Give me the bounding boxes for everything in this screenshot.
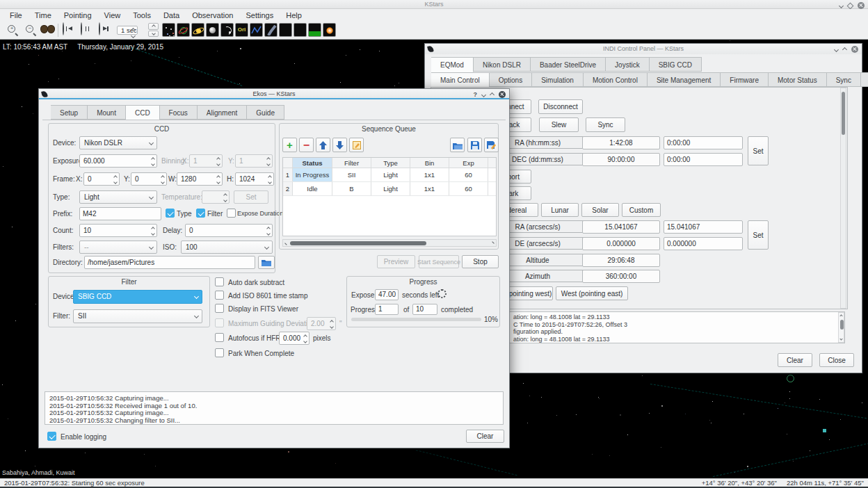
ekos-tab[interactable]: Setup — [51, 105, 88, 120]
supernovae-toggle-icon[interactable] — [323, 23, 336, 37]
milky-way-toggle-icon[interactable] — [264, 23, 278, 37]
close-window-icon[interactable] — [499, 91, 506, 98]
filter-device-select[interactable]: SBIG CCD — [73, 290, 202, 304]
indi-sub-tab[interactable]: Align — [861, 72, 868, 87]
save-sequence-as-icon[interactable] — [484, 138, 499, 152]
fits-viewer-checkbox[interactable] — [215, 304, 224, 313]
unshade-window-icon[interactable] — [490, 92, 495, 97]
stars-toggle-icon[interactable] — [162, 23, 175, 37]
slew-button[interactable]: Slew — [539, 117, 579, 132]
unshade-window-icon[interactable] — [842, 47, 847, 51]
autofocus-checkbox[interactable] — [215, 333, 224, 342]
column-exp[interactable]: Exp — [449, 158, 488, 168]
sequence-row[interactable]: 1 In Progress SII Light 1x1 60 — [283, 168, 496, 182]
step-forward-icon[interactable] — [99, 22, 100, 35]
add-job-icon[interactable]: + — [282, 138, 297, 152]
indi-pane-scrollbar[interactable] — [840, 88, 846, 309]
browse-directory-button[interactable] — [258, 256, 275, 269]
enable-logging-checkbox[interactable] — [47, 432, 56, 441]
pier-west-button[interactable]: West (pointing east) — [556, 286, 628, 300]
step-backward-icon[interactable] — [63, 22, 64, 35]
menu-item[interactable]: Data — [157, 11, 186, 19]
ra-rate-input-field[interactable]: 15.041067 — [664, 220, 743, 234]
ekos-titlebar[interactable]: Ekos — KStars ? — [39, 89, 509, 99]
park-checkbox[interactable] — [215, 348, 224, 357]
filter-select[interactable]: SII — [73, 309, 202, 323]
ccd-device-select[interactable]: Nikon DSLR — [79, 136, 157, 149]
close-window-icon[interactable] — [851, 46, 858, 53]
close-window-icon[interactable] — [858, 2, 865, 9]
ekos-tab[interactable]: Alignment — [198, 105, 247, 120]
scroll-down-icon[interactable] — [839, 337, 842, 340]
shade-window-icon[interactable] — [834, 47, 839, 51]
scrollbar-thumb[interactable] — [840, 320, 844, 330]
column-status[interactable]: Status — [293, 158, 332, 168]
comets-toggle-icon[interactable] — [220, 23, 234, 37]
solar-button[interactable]: Solar — [581, 203, 619, 217]
ekos-tab[interactable]: CCD — [126, 105, 160, 120]
sequence-row[interactable]: 2 Idle B Light 1x1 60 — [283, 182, 496, 196]
time-step-spinner[interactable]: 1 sec — [117, 26, 138, 35]
indi-sub-tab[interactable]: Firmware — [721, 72, 769, 87]
auto-dark-checkbox[interactable] — [215, 277, 224, 286]
menu-item[interactable]: Help — [280, 11, 308, 19]
prefix-field[interactable]: M42 — [79, 207, 161, 220]
scroll-left-icon[interactable] — [284, 241, 289, 245]
decrease-step-icon[interactable] — [148, 31, 159, 38]
indi-device-tab[interactable]: Joystick — [606, 57, 650, 72]
set-rates-button[interactable]: Set — [748, 220, 769, 250]
scroll-up-icon[interactable] — [839, 314, 842, 317]
indi-sub-tab[interactable]: Site Management — [648, 72, 721, 87]
column-filter[interactable]: Filter — [332, 158, 371, 168]
menu-item[interactable]: Observation — [186, 11, 239, 19]
menu-item[interactable]: Settings — [239, 11, 280, 19]
horizontal-grid-toggle-icon[interactable] — [294, 23, 307, 37]
frame-x-spinner[interactable]: 0 — [83, 172, 120, 186]
prefix-filter-checkbox[interactable] — [196, 209, 205, 218]
remove-job-icon[interactable]: − — [299, 138, 314, 152]
stop-button[interactable]: Stop — [462, 255, 499, 268]
indi-sub-tab[interactable]: Motion Control — [584, 72, 648, 87]
frame-h-spinner[interactable]: 1024 — [235, 172, 274, 186]
ekos-tab[interactable]: Mount — [88, 105, 126, 120]
menu-item[interactable]: Time — [29, 11, 58, 19]
constellation-lines-toggle-icon[interactable] — [250, 23, 263, 37]
indi-close-button[interactable]: Close — [819, 353, 854, 367]
column-bin[interactable]: Bin — [410, 158, 449, 168]
save-sequence-icon[interactable] — [467, 138, 482, 152]
directory-field[interactable]: /home/jasem/Pictures — [84, 256, 255, 269]
help-icon[interactable]: ? — [474, 92, 478, 98]
indi-sub-tab[interactable]: Sync — [827, 72, 861, 87]
edit-job-icon[interactable] — [349, 138, 364, 152]
open-sequence-icon[interactable] — [450, 138, 465, 152]
moon-toggle-icon[interactable] — [206, 23, 219, 37]
equatorial-grid-toggle-icon[interactable] — [279, 23, 292, 37]
ekos-clear-button[interactable]: Clear — [466, 430, 504, 443]
menu-item[interactable]: Tools — [127, 11, 157, 19]
frame-w-spinner[interactable]: 1280 — [177, 172, 223, 186]
prefix-type-checkbox[interactable] — [166, 209, 175, 218]
indi-sub-tab[interactable]: Options — [490, 72, 532, 87]
move-job-up-icon[interactable] — [316, 138, 330, 152]
indi-sub-tab[interactable]: Main Control — [431, 72, 490, 88]
ekos-tab[interactable]: Focus — [160, 105, 198, 120]
delay-spinner[interactable]: 0 — [185, 224, 273, 237]
scrollbar-thumb[interactable] — [842, 92, 845, 135]
menu-item[interactable]: Pointing — [58, 11, 98, 19]
deep-sky-objects-toggle-icon[interactable] — [177, 23, 190, 37]
frame-y-spinner[interactable]: 0 — [131, 172, 167, 186]
dec-input-field[interactable]: 0:00:00 — [664, 153, 743, 166]
indi-device-tab[interactable]: EQMod — [431, 57, 474, 72]
indi-device-tab[interactable]: Baader SteelDrive — [531, 57, 606, 72]
exposure-spinner[interactable]: 60.000 — [79, 154, 157, 168]
iso8601-checkbox[interactable] — [215, 291, 224, 300]
constellation-names-toggle-icon[interactable]: Ori — [235, 23, 248, 37]
menu-item[interactable]: View — [98, 11, 127, 19]
indi-device-tab[interactable]: SBIG CCD — [650, 57, 702, 72]
indi-sub-tab[interactable]: Motor Status — [769, 72, 827, 87]
scrollbar-thumb[interactable] — [290, 241, 426, 245]
column-type[interactable]: Type — [371, 158, 410, 168]
de-rate-input-field[interactable]: 0.000000 — [664, 237, 743, 250]
increase-step-icon[interactable] — [148, 23, 159, 30]
set-coords-button[interactable]: Set — [748, 136, 769, 165]
